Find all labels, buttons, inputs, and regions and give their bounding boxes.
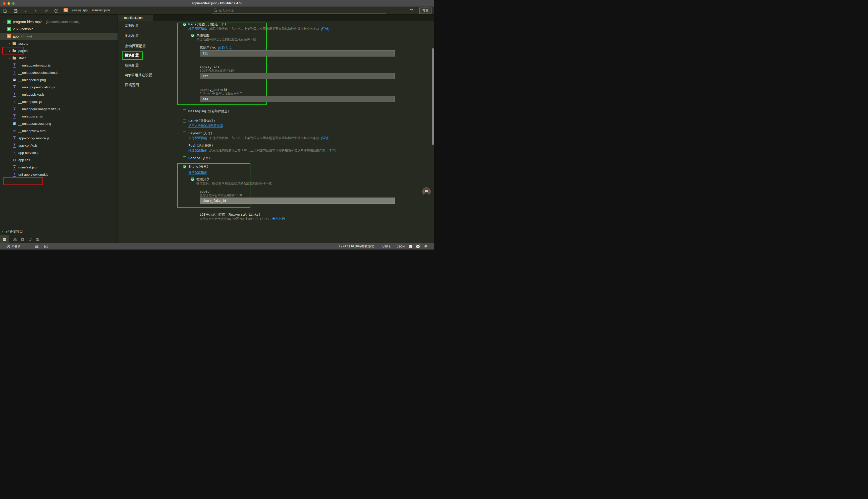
payment-guide-link[interactable]: 支付配置指南 [188,136,207,140]
push-checkbox[interactable] [183,144,186,147]
tree-item-label: assets [18,42,28,46]
tree-item[interactable]: › app-config.js [0,142,118,149]
tree-item[interactable]: › __uniappquill.js [0,98,118,106]
config-nav-item[interactable]: 启动界面配置 [125,44,146,48]
config-nav-item[interactable]: 基础配置 [125,24,139,28]
star-icon[interactable]: ☆ [43,8,49,14]
files-tab[interactable] [0,235,9,243]
tree-item[interactable]: › pages [0,47,118,54]
tree-item[interactable]: › __uniapppicker.js [0,91,118,98]
preview-button[interactable]: 预览 [420,8,432,14]
tree-item-label: vu2-vconsole [13,27,34,31]
universal-links-doc-link[interactable]: 参考文档 [272,217,285,221]
maps-detail-link[interactable]: [详情] [321,27,329,31]
debug-bug-icon[interactable] [19,235,26,243]
tree-item[interactable]: › __uniappchooselocation.js [0,69,118,76]
config-nav-item[interactable]: 源码视图 [125,83,139,87]
tree-item[interactable]: › __uniappscan.js [0,113,118,120]
file-search-input[interactable]: 输入文件名 [212,8,386,14]
push-guide-link[interactable]: 推送配置指南 [188,148,207,153]
config-nav-item[interactable]: App常用其它设置 [125,73,152,77]
config-nav-item[interactable]: 模块配置 [125,53,139,58]
new-file-icon[interactable] [2,8,8,14]
language-mode-indicator[interactable]: JSON [397,245,405,248]
breadcrumb-project[interactable]: app [83,9,88,12]
user-account-icon[interactable] [7,245,10,248]
task-list-icon[interactable] [35,245,39,248]
run-icon[interactable] [53,8,59,14]
tree-item[interactable]: › app.css [0,156,118,164]
chevron-icon[interactable]: › [2,34,6,38]
closed-projects-row[interactable]: › 已关闭项目 [0,228,118,235]
project-sidebar: › program-idea-mp2 - {feature/search-mod… [0,14,118,243]
tree-item[interactable]: › app-config-service.js [0,135,118,142]
cursor-position[interactable]: 行:41 列:16 (10字符被选择) [339,244,374,248]
scrollbar[interactable] [432,21,434,243]
file-type-icon [7,27,11,31]
oauth-guide-link[interactable]: 第三方登录鉴权配置指南 [188,124,223,128]
file-type-icon [7,20,11,24]
maps-guide-link[interactable]: 地图配置指南 [188,27,207,31]
chevron-icon[interactable]: › [8,56,12,60]
notification-bell-icon[interactable] [424,244,427,248]
globe-cloud-icon[interactable] [34,235,41,243]
tree-item[interactable]: › vu2-vconsole [0,25,118,33]
assistant-avatar[interactable] [422,187,431,196]
share-guide-link[interactable]: 分享配置指南 [188,170,207,175]
breadcrumb-separator-icon: › [70,9,71,12]
breadcrumb-file[interactable]: manifest.json [92,9,110,12]
login-status[interactable]: 未登录 [12,244,20,248]
forward-icon[interactable]: › [33,8,39,14]
update-download-icon[interactable] [416,244,420,248]
tree-item[interactable]: › static [0,54,118,62]
wxshare-checkbox[interactable] [191,178,194,181]
tree-item[interactable]: › app - {main} [0,33,118,40]
breadcrumb-branch[interactable]: {main} [72,9,81,12]
chevron-icon[interactable]: › [2,20,6,24]
payment-detail-link[interactable]: [详情] [321,136,329,140]
file-type-icon [12,49,16,53]
filter-funnel-icon[interactable] [410,9,413,13]
tree-item[interactable]: › program-idea-mp2 - {feature/search-mod… [0,18,118,25]
save-icon[interactable] [13,8,19,14]
tree-item[interactable]: › __uniapperror.png [0,76,118,84]
chevron-icon[interactable]: › [2,27,6,31]
tree-item-label: pages [18,49,28,53]
share-checkbox[interactable] [183,165,186,168]
tree-item[interactable]: › __uniappview.html [0,127,118,135]
back-icon[interactable]: ‹ [23,8,29,14]
record-checkbox[interactable] [183,156,186,160]
tree-item[interactable]: › manifest.json [0,164,118,171]
terminal-icon[interactable] [44,245,48,248]
tree-item[interactable]: › __uniappsuccess.png [0,120,118,127]
chevron-icon[interactable]: › [8,42,12,46]
push-detail-link[interactable]: [详情] [327,148,336,153]
amap-user-input[interactable] [200,50,395,57]
chevron-icon[interactable]: › [8,49,12,53]
tree-item[interactable]: › uni-app-view.umd.js [0,171,118,178]
config-nav-item[interactable]: 权限配置 [125,63,139,68]
tree-item[interactable]: › assets [0,40,118,47]
config-nav-item[interactable]: 图标配置 [125,34,139,38]
scrollbar-thumb[interactable] [432,48,434,145]
tree-item[interactable]: › __uniappopenlocation.js [0,84,118,91]
sync-refresh-icon[interactable] [26,235,34,243]
oauth-checkbox[interactable] [183,119,186,123]
maps-checkbox[interactable] [183,23,186,26]
tab-manifest-json[interactable]: manifest.json [118,14,153,21]
messaging-checkbox[interactable] [183,109,186,113]
tree-item[interactable]: › __uniappautomator.js [0,62,118,69]
amap-checkbox[interactable] [191,34,194,37]
share-appid-input[interactable] [200,197,395,204]
appkey-ios-input[interactable] [200,73,395,79]
uni-feedback-icon[interactable] [408,244,412,248]
file-type-icon [12,114,16,119]
search-binoculars-icon[interactable] [11,235,19,243]
tree-item[interactable]: › app-service.js [0,149,118,156]
amap-user-howto-link[interactable]: [获取方式] [218,46,232,50]
encoding-indicator[interactable]: UTF-8 [382,245,390,248]
payment-checkbox[interactable] [183,132,186,135]
oauth-label: OAuth(登录鉴权) [188,119,215,123]
appkey-android-input[interactable] [200,96,395,102]
tree-item[interactable]: › __uniappquillimageresize.js [0,106,118,113]
